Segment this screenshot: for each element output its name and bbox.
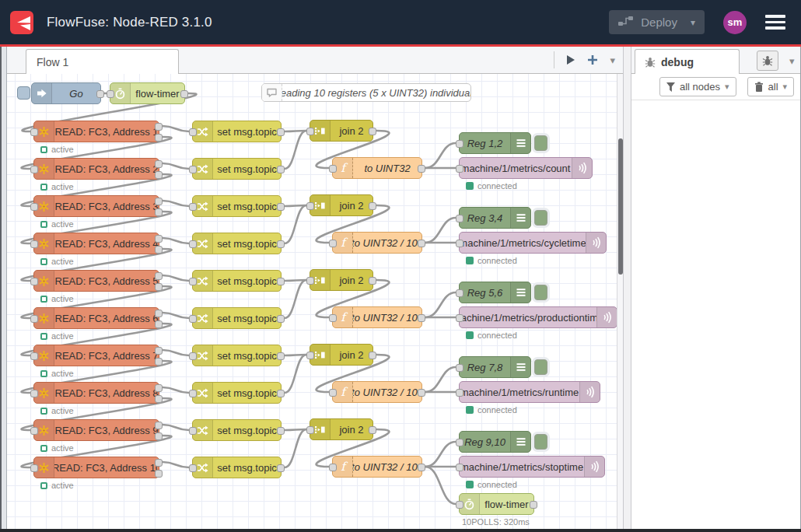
input-port[interactable]: [306, 426, 314, 434]
node-func4[interactable]: fto UINT32 / 100: [332, 381, 422, 403]
output-port[interactable]: [155, 246, 163, 254]
input-port[interactable]: [189, 166, 197, 173]
output-port[interactable]: [369, 352, 376, 359]
flow-canvas[interactable]: Goflow-timerReading 10 registers (5 x UI…: [7, 74, 617, 532]
input-port[interactable]: [456, 165, 463, 173]
node-func3[interactable]: fto UINT32 / 100: [332, 306, 422, 328]
output-port[interactable]: [418, 389, 425, 397]
debug-clear-button[interactable]: all ▾: [747, 77, 795, 96]
input-port[interactable]: [456, 389, 463, 397]
input-port[interactable]: [189, 240, 197, 248]
input-port[interactable]: [329, 165, 337, 173]
flowfuse-logo-icon[interactable]: [10, 11, 33, 34]
node-set1[interactable]: set msg.topic: [192, 121, 282, 142]
output-port[interactable]: [277, 315, 285, 323]
deploy-button[interactable]: Deploy ▾: [609, 10, 705, 34]
tab-debug[interactable]: debug: [635, 49, 740, 75]
node-mqtt1[interactable]: machine/1/metrics/count: [459, 157, 593, 179]
add-flow-button[interactable]: [587, 54, 598, 65]
wire-func4-to-dbg4[interactable]: [425, 367, 456, 392]
input-port[interactable]: [30, 203, 38, 211]
node-func5[interactable]: fto UINT32 / 100: [332, 456, 422, 478]
wire-func5-to-dbg5[interactable]: [425, 442, 456, 467]
input-port[interactable]: [456, 314, 463, 322]
input-port[interactable]: [189, 278, 197, 285]
node-set5[interactable]: set msg.topic: [192, 270, 282, 292]
run-flow-icon[interactable]: [566, 54, 575, 65]
output-port[interactable]: [277, 240, 285, 248]
node-read1[interactable]: READ: FC3, Address 1: [33, 121, 159, 142]
input-port[interactable]: [456, 501, 463, 509]
node-dbg2[interactable]: Reg 3,4: [459, 207, 531, 229]
input-port[interactable]: [30, 278, 38, 285]
input-port[interactable]: [30, 315, 38, 323]
debug-toggle-button[interactable]: [534, 135, 547, 151]
canvas-vertical-scrollbar[interactable]: [617, 74, 623, 532]
output-port[interactable]: [369, 426, 376, 434]
debug-toggle-button[interactable]: [534, 285, 547, 300]
node-read3[interactable]: READ: FC3, Address 3: [33, 195, 159, 217]
node-func1[interactable]: fto UINT32: [332, 157, 422, 179]
node-set2[interactable]: set msg.topic: [192, 158, 282, 180]
output-port[interactable]: [155, 432, 163, 440]
output-port[interactable]: [530, 501, 537, 509]
node-read8[interactable]: READ: FC3, Address 8: [33, 382, 159, 404]
output-port[interactable]: [155, 198, 163, 205]
node-ft1[interactable]: flow-timer: [110, 82, 185, 104]
output-port[interactable]: [155, 235, 163, 243]
node-set6[interactable]: set msg.topic: [192, 307, 282, 329]
output-port[interactable]: [155, 320, 163, 328]
input-port[interactable]: [306, 352, 314, 359]
node-join4[interactable]: join 2: [310, 344, 373, 366]
node-set10[interactable]: set msg.topic: [192, 457, 282, 478]
node-join2[interactable]: join 2: [310, 194, 373, 216]
input-port[interactable]: [30, 128, 38, 136]
node-join1[interactable]: join 2: [310, 120, 373, 142]
output-port[interactable]: [155, 310, 163, 317]
node-read2[interactable]: READ: FC3, Address 2: [33, 158, 159, 180]
deploy-caret-icon[interactable]: ▾: [691, 17, 695, 28]
output-port[interactable]: [277, 427, 285, 435]
output-port[interactable]: [277, 128, 285, 136]
input-port[interactable]: [456, 240, 463, 247]
output-port[interactable]: [155, 459, 163, 467]
inject-button[interactable]: [17, 86, 30, 100]
wire-func1-to-dbg1[interactable]: [425, 143, 456, 168]
wire-read5-to-set5[interactable]: [163, 275, 189, 281]
node-mqtt5[interactable]: machine/1/metrics/stoptime: [459, 456, 605, 478]
node-read5[interactable]: READ: FC3, Address 5: [33, 270, 159, 292]
debug-filter-button[interactable]: all nodes ▾: [659, 77, 736, 96]
input-port[interactable]: [30, 427, 38, 435]
input-port[interactable]: [456, 464, 463, 471]
debug-toggle-button[interactable]: [534, 359, 547, 375]
wire-set10-to-join5[interactable]: [285, 429, 306, 467]
output-port[interactable]: [277, 166, 285, 173]
output-port[interactable]: [155, 123, 163, 131]
user-avatar[interactable]: sm: [723, 11, 747, 34]
output-port[interactable]: [369, 202, 376, 210]
wire-read1-to-set1[interactable]: [163, 126, 189, 131]
output-port[interactable]: [155, 208, 163, 216]
wire-set2-to-join1[interactable]: [285, 131, 306, 169]
sidebar-caret-icon[interactable]: ▾: [789, 51, 795, 71]
input-port[interactable]: [306, 277, 314, 285]
output-port[interactable]: [418, 464, 425, 471]
node-set7[interactable]: set msg.topic: [192, 345, 282, 366]
output-port[interactable]: [277, 464, 285, 472]
input-port[interactable]: [107, 90, 114, 98]
input-port[interactable]: [30, 166, 38, 173]
input-port[interactable]: [456, 439, 463, 446]
node-set4[interactable]: set msg.topic: [192, 233, 282, 254]
menu-icon[interactable]: [765, 15, 785, 30]
node-mqtt3[interactable]: machine/1/metrics/productiontime: [459, 306, 617, 328]
tab-flow-1[interactable]: Flow 1: [26, 49, 179, 75]
node-read10[interactable]: READ: FC3, Address 10: [33, 457, 159, 478]
output-port[interactable]: [155, 160, 163, 168]
input-port[interactable]: [189, 203, 197, 211]
wire-func3-to-dbg3[interactable]: [425, 292, 456, 317]
input-port[interactable]: [189, 315, 197, 323]
output-port[interactable]: [155, 347, 163, 355]
output-port[interactable]: [155, 171, 163, 179]
output-port[interactable]: [155, 134, 163, 142]
input-port[interactable]: [30, 464, 38, 472]
